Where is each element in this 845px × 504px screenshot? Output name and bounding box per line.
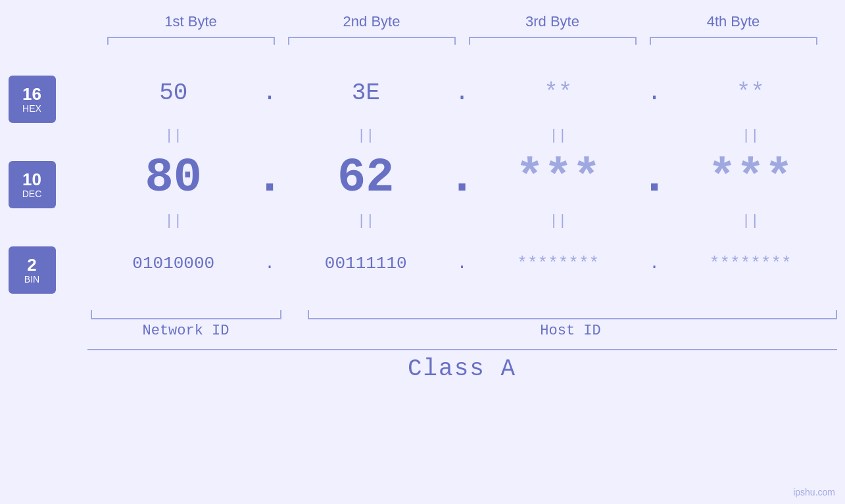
class-label: Class A bbox=[87, 355, 837, 382]
bin-name: BIN bbox=[24, 274, 39, 285]
eq1-b2: || bbox=[279, 127, 452, 144]
hex-dot1: . bbox=[260, 80, 279, 106]
equals-row-1: || || || || bbox=[87, 122, 837, 149]
bin-dot1: . bbox=[260, 254, 279, 273]
eq2-b3: || bbox=[472, 213, 645, 229]
eq1-b4: || bbox=[664, 127, 837, 144]
hex-dot3: . bbox=[644, 80, 664, 106]
host-id-label: Host ID bbox=[304, 323, 837, 339]
hex-b3: ** bbox=[472, 63, 645, 122]
eq1-b3: || bbox=[472, 127, 645, 144]
dec-b1: 80 bbox=[87, 149, 260, 208]
dec-dot1: . bbox=[260, 151, 279, 205]
bin-number: 2 bbox=[27, 256, 36, 275]
dec-dot3: . bbox=[644, 151, 664, 205]
watermark: ipshu.com bbox=[793, 487, 835, 497]
dec-b4: *** bbox=[664, 149, 837, 208]
eq2-b4: || bbox=[664, 213, 837, 229]
bottom-section: Network ID Host ID bbox=[87, 306, 837, 339]
id-labels: Network ID Host ID bbox=[87, 323, 837, 339]
bracket-1 bbox=[107, 37, 275, 50]
dec-dot2: . bbox=[452, 151, 472, 205]
equals-spacer-1 bbox=[9, 129, 87, 155]
bin-badge-wrapper: 2 BIN bbox=[9, 241, 87, 300]
equals-spacer-2 bbox=[9, 214, 87, 241]
main-container: 1st Byte 2nd Byte 3rd Byte 4th Byte 16 H… bbox=[0, 0, 845, 504]
host-bracket bbox=[308, 306, 837, 319]
dec-badge-wrapper: 10 DEC bbox=[9, 155, 87, 214]
hex-number: 16 bbox=[22, 85, 41, 104]
rows-container: 50 . 3E . ** . ** || || || bbox=[87, 63, 837, 293]
hex-row: 50 . 3E . ** . ** bbox=[87, 63, 837, 122]
dec-b2: 62 bbox=[279, 149, 452, 208]
bin-badge: 2 BIN bbox=[9, 246, 56, 294]
dec-row: 80 . 62 . *** . *** bbox=[87, 149, 837, 208]
dec-badge: 10 DEC bbox=[9, 161, 56, 208]
bin-dot2: . bbox=[452, 254, 472, 273]
bin-b1: 01010000 bbox=[87, 234, 260, 293]
bracket-4 bbox=[650, 37, 817, 50]
dec-b3: *** bbox=[472, 149, 645, 208]
bin-b3: ******** bbox=[472, 234, 645, 293]
bracket-2 bbox=[288, 37, 456, 50]
bracket-row bbox=[101, 37, 824, 50]
dec-number: 10 bbox=[22, 170, 41, 189]
bin-b2: 00111110 bbox=[279, 234, 452, 293]
bracket-3 bbox=[469, 37, 637, 50]
eq1-b1: || bbox=[87, 127, 260, 144]
hex-b1: 50 bbox=[87, 63, 260, 122]
bin-row: 01010000 . 00111110 . ******** . *******… bbox=[87, 234, 837, 293]
byte-headers: 1st Byte 2nd Byte 3rd Byte 4th Byte bbox=[101, 13, 824, 30]
hex-name: HEX bbox=[22, 103, 41, 114]
class-section: Class A bbox=[87, 349, 837, 382]
bottom-brackets bbox=[87, 306, 837, 319]
bin-dot3: . bbox=[644, 254, 664, 273]
hex-badge: 16 HEX bbox=[9, 76, 56, 123]
byte1-header: 1st Byte bbox=[101, 13, 281, 30]
byte4-header: 4th Byte bbox=[643, 13, 824, 30]
class-bracket-line bbox=[87, 349, 837, 350]
base-labels: 16 HEX 10 DEC 2 BIN bbox=[9, 63, 87, 300]
eq2-b2: || bbox=[279, 213, 452, 229]
bin-b4: ******** bbox=[664, 234, 837, 293]
hex-b2: 3E bbox=[279, 63, 452, 122]
hex-dot2: . bbox=[452, 80, 472, 106]
byte2-header: 2nd Byte bbox=[281, 13, 462, 30]
content-area: 16 HEX 10 DEC 2 BIN bbox=[9, 63, 837, 300]
hex-b4: ** bbox=[664, 63, 837, 122]
network-bracket bbox=[91, 306, 281, 319]
eq2-b1: || bbox=[87, 213, 260, 229]
hex-badge-wrapper: 16 HEX bbox=[9, 70, 87, 129]
dec-name: DEC bbox=[22, 189, 42, 199]
network-id-label: Network ID bbox=[87, 323, 285, 339]
byte3-header: 3rd Byte bbox=[462, 13, 643, 30]
equals-row-2: || || || || bbox=[87, 208, 837, 234]
